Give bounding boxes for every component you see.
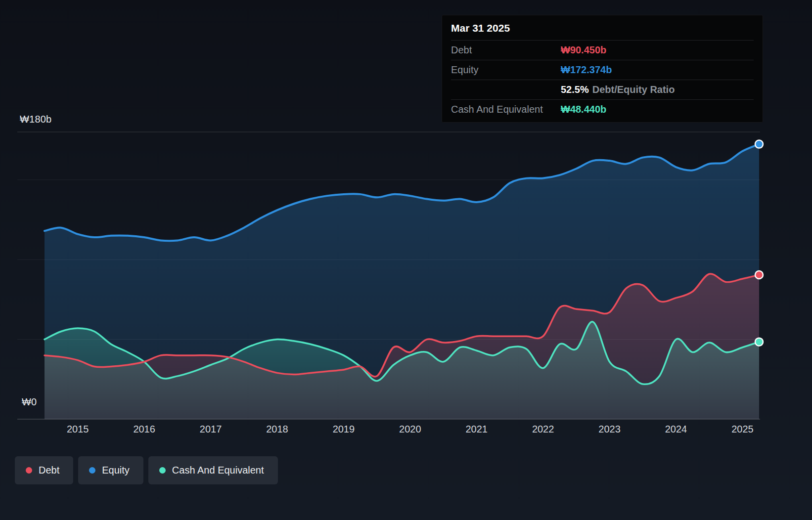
tooltip-row-ratio: 52.5%Debt/Equity Ratio <box>451 80 754 100</box>
x-axis-label: 2015 <box>67 424 89 435</box>
tooltip-equity-value: ₩172.374b <box>561 64 754 76</box>
x-axis-label: 2020 <box>399 424 421 435</box>
legend-equity-label: Equity <box>102 465 130 476</box>
tooltip-ratio: 52.5%Debt/Equity Ratio <box>561 84 754 95</box>
x-axis-label: 2023 <box>598 424 621 435</box>
debt-equity-history-panel: ₩180b ₩0 2015201620172018201920202021202… <box>0 0 812 520</box>
tooltip-row-cash: Cash And Equivalent ₩48.440b <box>451 100 754 119</box>
y-axis-label-top: ₩180b <box>20 114 51 125</box>
legend-debt-label: Debt <box>39 465 59 476</box>
tooltip-cash-label: Cash And Equivalent <box>451 104 561 115</box>
legend-item-cash[interactable]: Cash And Equivalent <box>148 456 278 484</box>
legend-cash-label: Cash And Equivalent <box>172 465 264 476</box>
chart-tooltip: Mar 31 2025 Debt ₩90.450b Equity ₩172.37… <box>442 15 763 123</box>
tooltip-ratio-value: 52.5% <box>561 84 589 95</box>
tooltip-date: Mar 31 2025 <box>451 22 754 41</box>
x-axis-label: 2016 <box>133 424 155 435</box>
legend-item-equity[interactable]: Equity <box>78 456 143 484</box>
tooltip-row-equity: Equity ₩172.374b <box>451 60 754 80</box>
x-axis-label: 2022 <box>532 424 554 435</box>
x-axis-label: 2018 <box>266 424 288 435</box>
x-axis-label: 2024 <box>665 424 687 435</box>
x-axis-label: 2025 <box>731 424 754 435</box>
x-axis-label: 2017 <box>200 424 222 435</box>
tooltip-debt-value: ₩90.450b <box>561 44 754 56</box>
tooltip-cash-value: ₩48.440b <box>561 104 754 115</box>
x-axis: 2015201620172018201920202021202220232024… <box>0 424 812 438</box>
tooltip-equity-label: Equity <box>451 64 561 76</box>
equity-dot-icon <box>89 467 95 474</box>
legend-item-debt[interactable]: Debt <box>15 456 73 484</box>
debt-dot-icon <box>26 467 32 474</box>
tooltip-row-debt: Debt ₩90.450b <box>451 41 754 60</box>
tooltip-ratio-label: Debt/Equity Ratio <box>592 84 675 95</box>
tooltip-debt-label: Debt <box>451 44 561 56</box>
cash-dot-icon <box>159 467 166 474</box>
x-axis-label: 2021 <box>465 424 488 435</box>
chart-legend: Debt Equity Cash And Equivalent <box>15 456 278 484</box>
y-axis-label-bottom: ₩0 <box>22 396 37 408</box>
x-axis-label: 2019 <box>333 424 355 435</box>
